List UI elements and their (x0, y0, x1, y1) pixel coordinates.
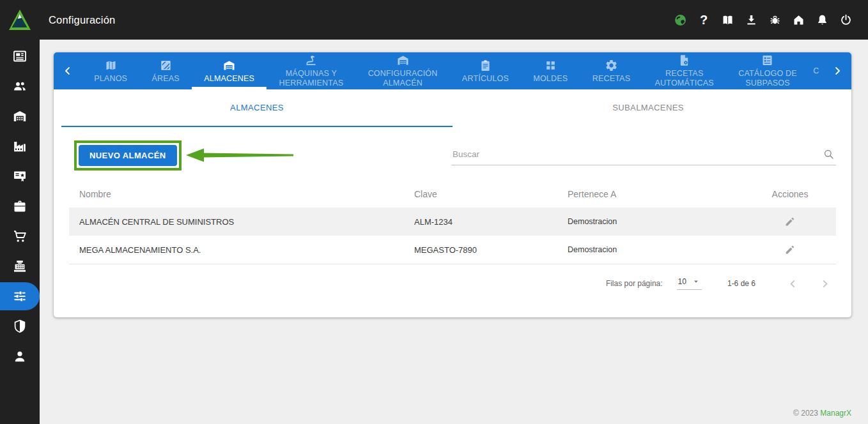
tab-label: PLANOS (94, 74, 127, 84)
pagination-range: 1-6 de 6 (727, 279, 756, 288)
search-box (451, 146, 836, 165)
cell-pertenece: Demostracion (568, 217, 744, 226)
dashboard-icon (12, 49, 27, 64)
map-icon (104, 59, 118, 72)
next-page-button[interactable] (817, 276, 832, 291)
annotation-arrow (185, 146, 295, 164)
sidebar-item-factory[interactable] (0, 132, 40, 160)
tab-catalogo-subpasos[interactable]: CATÁLOGO DE SUBPASOS (726, 52, 809, 89)
table-row[interactable]: MEGA ALMACENAMIENTO S.A. MEGASTO-7890 De… (69, 236, 836, 264)
users-icon (12, 79, 27, 94)
cell-nombre: ALMACÉN CENTRAL DE SUMINISTROS (69, 217, 414, 227)
main-content: PLANOS ÁREAS ALMACENES MÁQUINAS Y HERRAM… (40, 40, 868, 424)
chevron-left-icon (787, 278, 798, 289)
sidebar-item-configuration[interactable] (0, 282, 40, 310)
cart-icon (12, 229, 27, 244)
tabs-scroll-right-button[interactable] (823, 52, 851, 89)
sidebar-item-dashboard[interactable] (0, 42, 40, 70)
tab-label: C (813, 66, 819, 76)
table-row[interactable]: ALMACÉN CENTRAL DE SUMINISTROS ALM-1234 … (69, 208, 836, 236)
sidebar-item-warehouse[interactable] (0, 102, 40, 130)
gear-icon (605, 59, 618, 72)
tab-label: MOLDES (533, 74, 568, 84)
left-sidebar (0, 40, 40, 424)
module-tabs: PLANOS ÁREAS ALMACENES MÁQUINAS Y HERRAM… (82, 52, 823, 89)
tab-label: RECETAS AUTOMÁTICAS (655, 69, 714, 88)
tab-label: ARTÍCULOS (462, 74, 509, 84)
tab-label: ALMACENES (204, 74, 254, 84)
edit-icon[interactable] (784, 244, 796, 255)
caret-down-icon (692, 277, 701, 286)
cell-clave: MEGASTO-7890 (414, 245, 568, 255)
nuevo-almacen-button[interactable]: NUEVO ALMACÉN (79, 145, 177, 166)
rows-per-page-select[interactable]: 10 (677, 277, 702, 290)
chevron-left-icon (62, 65, 74, 77)
download-icon[interactable] (744, 13, 758, 27)
sidebar-item-cart[interactable] (0, 222, 40, 250)
sidebar-item-certificates[interactable] (0, 162, 40, 190)
globe-icon[interactable] (673, 13, 687, 27)
tab-almacenes[interactable]: ALMACENES (192, 52, 267, 89)
copyright-footer: © 2023 ManagrX (793, 409, 851, 418)
sidebar-item-cash-register[interactable] (0, 252, 40, 280)
tab-label: RECETAS (593, 74, 631, 84)
brand-link[interactable]: ManagrX (820, 409, 851, 418)
edit-icon[interactable] (784, 216, 796, 227)
factory-icon (12, 139, 27, 154)
doc-gear-icon (678, 54, 691, 67)
sidebar-item-users[interactable] (0, 72, 40, 100)
app-logo[interactable] (0, 7, 40, 33)
warehouse-icon (396, 54, 410, 67)
briefcase-icon (12, 199, 27, 214)
tab-recetas-automaticas[interactable]: RECETAS AUTOMÁTICAS (642, 52, 726, 89)
tab-articulos[interactable]: ARTÍCULOS (450, 52, 521, 89)
previous-page-button[interactable] (785, 276, 800, 291)
tab-moldes[interactable]: MOLDES (521, 52, 580, 89)
sidebar-item-briefcase[interactable] (0, 192, 40, 220)
module-tab-bar: PLANOS ÁREAS ALMACENES MÁQUINAS Y HERRAM… (54, 52, 851, 89)
table-header-row: Nombre Clave Pertenece A Acciones (69, 181, 836, 208)
tab-configuracion-almacen[interactable]: CONFIGURACIÓN ALMACÉN (355, 52, 449, 89)
cell-pertenece: Demostracion (568, 245, 744, 254)
cell-clave: ALM-1234 (414, 217, 568, 227)
certificate-icon (12, 169, 27, 184)
home-icon[interactable] (791, 13, 805, 27)
cell-acciones (744, 244, 836, 255)
power-icon[interactable] (839, 13, 853, 27)
copyright-text: © 2023 (793, 409, 818, 418)
page-title: Configuración (49, 14, 115, 26)
column-header-nombre: Nombre (69, 189, 414, 199)
search-icon[interactable] (823, 148, 835, 160)
rows-per-page-label: Filas por página: (606, 279, 663, 288)
chevron-right-icon (819, 278, 830, 289)
sidebar-item-profile[interactable] (0, 342, 40, 370)
subtab-almacenes[interactable]: ALMACENES (61, 89, 453, 127)
content-card: PLANOS ÁREAS ALMACENES MÁQUINAS Y HERRAM… (54, 52, 851, 317)
tab-areas[interactable]: ÁREAS (139, 52, 192, 89)
book-icon[interactable] (720, 13, 734, 27)
tabs-scroll-left-button[interactable] (54, 52, 82, 89)
sidebar-item-security[interactable] (0, 312, 40, 340)
tab-recetas[interactable]: RECETAS (580, 52, 643, 89)
cell-acciones (744, 216, 836, 227)
settings-sliders-icon (12, 289, 27, 304)
notifications-icon[interactable] (815, 13, 829, 27)
tab-maquinas-herramientas[interactable]: MÁQUINAS Y HERRAMIENTAS (267, 52, 355, 89)
topbar-actions: ? (673, 13, 868, 27)
clipboard-icon (479, 59, 492, 72)
tab-label: ÁREAS (151, 74, 179, 84)
search-input[interactable] (451, 146, 836, 165)
tab-label: CONFIGURACIÓN ALMACÉN (368, 69, 438, 88)
tab-label: CATÁLOGO DE SUBPASOS (738, 69, 797, 88)
tab-planos[interactable]: PLANOS (82, 52, 139, 89)
cell-nombre: MEGA ALMACENAMIENTO S.A. (69, 245, 414, 255)
column-header-pertenece: Pertenece A (568, 189, 744, 199)
bug-icon[interactable] (768, 13, 782, 27)
subtab-subalmacenes[interactable]: SUBALMACENES (453, 89, 844, 127)
almacenes-table: Nombre Clave Pertenece A Acciones ALMACÉ… (69, 181, 836, 264)
tab-truncated[interactable]: C (809, 52, 823, 89)
user-icon (12, 349, 27, 364)
warehouse-icon (222, 59, 236, 72)
help-icon[interactable]: ? (697, 13, 711, 27)
tab-label: MÁQUINAS Y HERRAMIENTAS (279, 69, 343, 88)
